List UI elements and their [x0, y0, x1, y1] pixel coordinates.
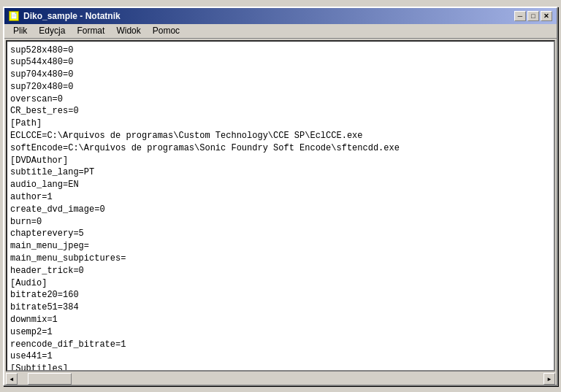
menu-format[interactable]: Format [71, 24, 110, 37]
text-editor[interactable]: sup528x480=0sup544x480=0sup704x480=0sup7… [7, 42, 554, 370]
scroll-right-button[interactable]: ► [543, 373, 555, 385]
menu-edycja[interactable]: Edycja [33, 24, 71, 37]
scroll-left-button[interactable]: ◄ [6, 373, 18, 385]
notepad-icon: 📄 [9, 11, 19, 21]
h-scroll-track[interactable] [18, 373, 543, 385]
close-button[interactable]: ✕ [541, 11, 552, 21]
menu-plik[interactable]: Plik [7, 24, 33, 37]
horizontal-scrollbar[interactable]: ◄ ► [6, 373, 555, 385]
menu-pomoc[interactable]: Pomoc [147, 24, 186, 37]
window-title: Diko_sample - Notatnik [23, 11, 121, 21]
menu-bar: Plik Edycja Format Widok Pomoc [4, 24, 557, 39]
title-bar: 📄 Diko_sample - Notatnik ─ □ ✕ [4, 8, 557, 24]
maximize-button[interactable]: □ [527, 11, 539, 21]
minimize-button[interactable]: ─ [514, 11, 526, 21]
title-buttons: ─ □ ✕ [514, 11, 552, 21]
menu-widok[interactable]: Widok [110, 24, 146, 37]
content-area: sup528x480=0sup544x480=0sup704x480=0sup7… [6, 40, 555, 372]
main-window: 📄 Diko_sample - Notatnik ─ □ ✕ Plik Edyc… [3, 7, 558, 386]
title-bar-left: 📄 Diko_sample - Notatnik [9, 11, 121, 21]
h-scroll-thumb[interactable] [28, 373, 72, 385]
